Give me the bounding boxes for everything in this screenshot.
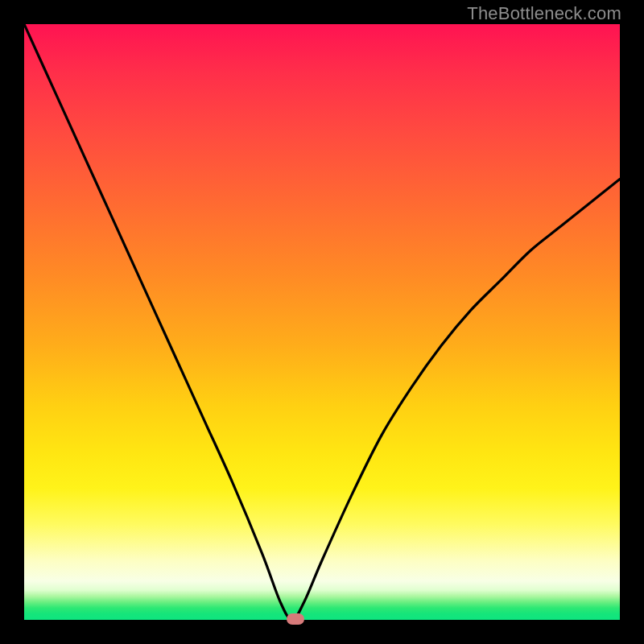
plot-area: [24, 24, 620, 620]
optimal-marker: [287, 613, 304, 625]
chart-frame: TheBottleneck.com: [0, 0, 644, 644]
watermark-text: TheBottleneck.com: [467, 3, 621, 24]
bottleneck-curve: [24, 24, 620, 620]
